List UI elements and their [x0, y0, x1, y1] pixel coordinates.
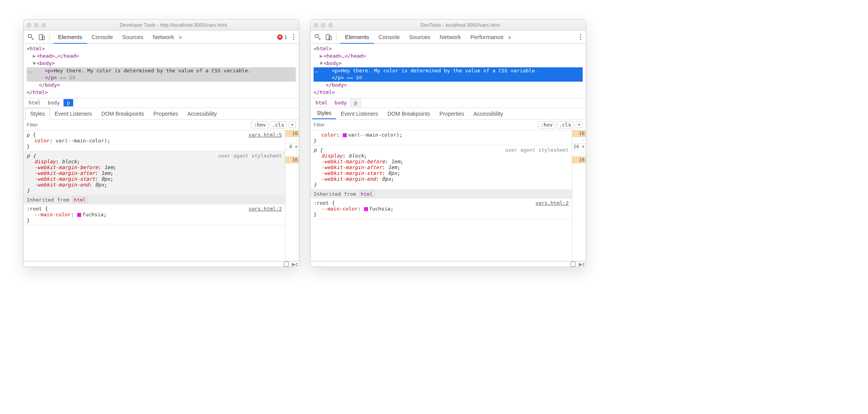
crumb-p[interactable]: p	[63, 99, 74, 106]
expand-head-icon[interactable]: ▶	[320, 53, 324, 60]
subtab-properties[interactable]: Properties	[149, 108, 183, 119]
devtools-window-right: DevTools - localhost:3000/vars.html Elem…	[310, 19, 586, 267]
dom-head[interactable]: <head>…</head>	[324, 53, 366, 59]
styles-filter-input[interactable]	[314, 122, 537, 128]
styles-panel[interactable]: vars.html:5 p { color: var(--main-color)…	[24, 130, 285, 261]
device-icon[interactable]	[38, 34, 45, 41]
styles-tabbar: Styles Event Listeners DOM Breakpoints P…	[24, 108, 299, 120]
subtab-dom-breakpoints[interactable]: DOM Breakpoints	[97, 108, 149, 119]
tab-elements[interactable]: Elements	[53, 31, 87, 44]
bottom-bar: ▶ c	[24, 261, 299, 267]
dom-head[interactable]: <head>…</head>	[37, 53, 79, 59]
subtab-dom-breakpoints[interactable]: DOM Breakpoints	[383, 108, 435, 119]
dom-body-open[interactable]: <body>	[324, 60, 342, 66]
subtab-properties[interactable]: Properties	[435, 108, 469, 119]
dom-body-close[interactable]: </body>	[326, 82, 347, 88]
dom-html-close[interactable]: </html>	[314, 89, 335, 95]
cls-toggle[interactable]: .cls	[557, 121, 573, 128]
metric-cell: 16	[572, 157, 586, 163]
hov-toggle[interactable]: :hov	[251, 121, 268, 128]
tab-performance[interactable]: Performance	[466, 31, 508, 44]
cls-toggle[interactable]: .cls	[270, 121, 286, 128]
device-icon[interactable]	[325, 34, 332, 41]
expand-head-icon[interactable]: ▶	[33, 53, 37, 60]
dom-tree[interactable]: <html> ▶<head>…</head> ▼<body> … <p>Hey …	[310, 44, 586, 98]
crumb-body[interactable]: body	[331, 99, 350, 106]
collapse-body-icon[interactable]: ▼	[320, 60, 324, 67]
titlebar: Developer Tools - http://localhost:3000/…	[24, 20, 299, 31]
tab-elements[interactable]: Elements	[340, 31, 374, 44]
tab-console[interactable]: Console	[87, 31, 118, 44]
source-link[interactable]: vars.html:2	[535, 200, 569, 206]
color-swatch-icon[interactable]	[77, 213, 81, 217]
inspect-icon[interactable]	[27, 34, 34, 41]
dom-tree[interactable]: <html> ▶<head>…</head> ▼<body> … <p>Hey …	[24, 44, 299, 98]
zoom-light[interactable]	[41, 23, 46, 27]
error-badge[interactable]: ✕ 1	[277, 34, 287, 40]
subtab-styles[interactable]: Styles	[25, 108, 50, 120]
crumb-body[interactable]: body	[44, 99, 63, 106]
ellipsis-icon: …	[28, 67, 31, 75]
subtab-event-listeners[interactable]: Event Listeners	[50, 108, 97, 119]
titlebar: DevTools - localhost:3000/vars.html	[310, 20, 586, 31]
metric-cell: -	[285, 150, 299, 157]
menu-icon[interactable]	[290, 34, 297, 40]
tab-sources[interactable]: Sources	[118, 31, 148, 44]
source-link[interactable]: vars.html:2	[249, 206, 282, 212]
rule-p-ua[interactable]: user agent stylesheet p { display: block…	[310, 145, 572, 190]
inspect-icon[interactable]	[314, 34, 321, 41]
subtab-accessibility[interactable]: Accessibility	[183, 108, 221, 119]
crumb-html[interactable]: html	[25, 99, 44, 106]
rule-p-author[interactable]: color: var(--main-color); }	[310, 130, 572, 145]
new-style-rule-button[interactable]: +	[289, 121, 296, 128]
rule-p-ua[interactable]: user agent stylesheet p { display: block…	[24, 151, 285, 195]
subtab-styles[interactable]: Styles	[312, 108, 336, 119]
traffic-lights	[27, 23, 46, 27]
rule-root[interactable]: vars.html:2 :root { --main-color: fuchsi…	[310, 198, 572, 219]
color-swatch-icon[interactable]	[364, 207, 368, 211]
source-label: user agent stylesheet	[505, 147, 569, 153]
rule-toggle-checkbox[interactable]	[571, 262, 576, 267]
collapse-body-icon[interactable]: ▼	[33, 60, 37, 67]
ellipsis-icon: …	[315, 67, 318, 75]
close-light[interactable]	[27, 23, 31, 27]
minimize-light[interactable]	[321, 23, 326, 27]
color-swatch-icon[interactable]	[343, 133, 347, 137]
tab-console[interactable]: Console	[374, 31, 405, 44]
tab-sources[interactable]: Sources	[405, 31, 435, 44]
rule-p-author[interactable]: vars.html:5 p { color: var(--main-color)…	[24, 130, 285, 151]
crumb-p[interactable]: p	[350, 99, 361, 107]
rule-root[interactable]: vars.html:2 :root { --main-color: fuchsi…	[24, 204, 285, 225]
crumb-html[interactable]: html	[312, 99, 331, 106]
subtab-event-listeners[interactable]: Event Listeners	[336, 108, 383, 119]
tab-network[interactable]: Network	[435, 31, 466, 44]
styles-filter-input[interactable]	[27, 122, 250, 128]
dom-body-open[interactable]: <body>	[37, 60, 55, 66]
styles-panel[interactable]: color: var(--main-color); } user agent s…	[310, 130, 572, 261]
source-link[interactable]: vars.html:5	[249, 132, 282, 138]
window-title: Developer Tools - http://localhost:3000/…	[51, 22, 296, 28]
dom-selected-p[interactable]: … <p>Hey there. My color is determined b…	[314, 67, 583, 82]
metric-cell: 16	[285, 130, 299, 137]
expand-icon[interactable]: ▶	[579, 262, 582, 267]
tab-network[interactable]: Network	[148, 31, 179, 44]
dom-html-open[interactable]: <html>	[27, 46, 45, 51]
close-light[interactable]	[314, 23, 318, 27]
metrics-sidebar: 16 - 24 × - 16	[572, 130, 586, 261]
dom-html-close[interactable]: </html>	[27, 89, 48, 95]
hov-toggle[interactable]: :hov	[538, 121, 555, 128]
tabs-overflow-icon[interactable]: »	[179, 34, 182, 40]
minimize-light[interactable]	[34, 23, 39, 27]
metric-cell: 16	[285, 157, 299, 163]
tabs-overflow-icon[interactable]: »	[508, 34, 511, 40]
metric-cell: -	[285, 137, 299, 144]
subtab-accessibility[interactable]: Accessibility	[469, 108, 508, 119]
menu-icon[interactable]	[577, 34, 583, 40]
dom-body-close[interactable]: </body>	[39, 82, 60, 88]
zoom-light[interactable]	[328, 23, 333, 27]
rule-toggle-checkbox[interactable]	[284, 262, 289, 267]
new-style-rule-button[interactable]: +	[576, 121, 583, 128]
expand-icon[interactable]: ▶	[292, 262, 295, 267]
dom-html-open[interactable]: <html>	[314, 46, 332, 51]
dom-selected-p[interactable]: … <p>Hey there. My color is determined b…	[27, 67, 296, 82]
